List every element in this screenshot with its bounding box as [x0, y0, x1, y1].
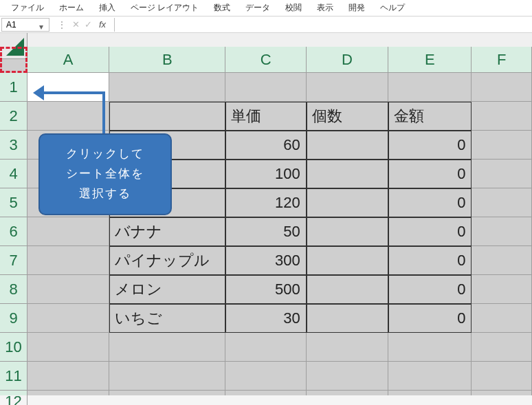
cell-e7[interactable]: 0	[388, 246, 472, 275]
cell-e4[interactable]: 0	[388, 160, 472, 188]
cell-b7[interactable]: パイナップル	[109, 246, 225, 275]
menu-home[interactable]: ホーム	[52, 0, 91, 16]
name-box[interactable]: A1 ▾	[1, 18, 49, 32]
column-header-row: ABCDEF	[27, 47, 532, 73]
cell-f6[interactable]	[472, 217, 532, 246]
row-header-5[interactable]: 5	[0, 188, 27, 217]
cell-c4[interactable]: 100	[225, 160, 306, 188]
cell-a7[interactable]	[27, 246, 109, 275]
enter-icon[interactable]: ✓	[82, 19, 93, 30]
cell-d7[interactable]	[307, 246, 388, 275]
cell-c2[interactable]: 単価	[225, 102, 306, 131]
cell-d8[interactable]	[307, 275, 388, 304]
row-header-12[interactable]: 12	[0, 391, 27, 405]
cell-b6[interactable]: バナナ	[109, 217, 225, 246]
menu-insert[interactable]: 挿入	[92, 0, 122, 16]
menu-file[interactable]: ファイル	[4, 0, 51, 16]
instruction-callout: クリックして シート全体を 選択する	[38, 133, 172, 215]
row-header-11[interactable]: 11	[0, 362, 27, 391]
column-header-f[interactable]: F	[472, 47, 532, 73]
row-header-3[interactable]: 3	[0, 131, 27, 160]
cell-e2[interactable]: 金額	[388, 102, 472, 131]
row-header-10[interactable]: 10	[0, 333, 27, 362]
cell-f10[interactable]	[472, 333, 532, 362]
cell-a2[interactable]	[27, 102, 109, 131]
column-header-c[interactable]: C	[225, 47, 306, 73]
cell-a10[interactable]	[27, 333, 109, 362]
row-header-1[interactable]: 1	[0, 73, 27, 102]
cell-d6[interactable]	[307, 217, 388, 246]
cell-e1[interactable]	[388, 73, 472, 102]
cell-b9[interactable]: いちご	[109, 304, 225, 333]
cell-d4[interactable]	[307, 160, 388, 188]
cell-d5[interactable]	[307, 188, 388, 217]
menu-review[interactable]: 校閲	[278, 0, 309, 16]
formula-tools: ⋮ ✕ ✓ fx	[49, 19, 111, 30]
cell-f3[interactable]	[472, 131, 532, 160]
cell-b1[interactable]	[109, 73, 225, 102]
sheet-area: ABCDEF 123456789101112 単価個数金額6001000なし12…	[0, 33, 532, 395]
menu-page-layout[interactable]: ページ レイアウト	[124, 0, 206, 16]
cell-f4[interactable]	[472, 160, 532, 188]
cell-c3[interactable]: 60	[225, 131, 306, 160]
cell-e5[interactable]: 0	[388, 188, 472, 217]
cell-c8[interactable]: 500	[225, 275, 306, 304]
menu-view[interactable]: 表示	[310, 0, 340, 16]
row-header-7[interactable]: 7	[0, 246, 27, 275]
cell-e10[interactable]	[388, 333, 472, 362]
cell-e8[interactable]: 0	[388, 275, 472, 304]
cell-d10[interactable]	[307, 333, 388, 362]
cell-c11[interactable]	[225, 362, 306, 391]
column-header-d[interactable]: D	[307, 47, 388, 73]
cell-a8[interactable]	[27, 275, 109, 304]
cell-f7[interactable]	[472, 246, 532, 275]
cell-e6[interactable]: 0	[388, 217, 472, 246]
cell-a11[interactable]	[27, 362, 109, 391]
cell-b2[interactable]	[109, 102, 225, 131]
cell-c6[interactable]: 50	[225, 217, 306, 246]
cancel-icon[interactable]: ✕	[70, 19, 81, 30]
fx-icon[interactable]: fx	[95, 19, 106, 30]
cell-c10[interactable]	[225, 333, 306, 362]
cell-a9[interactable]	[27, 304, 109, 333]
cell-c5[interactable]: 120	[225, 188, 306, 217]
column-header-b[interactable]: B	[109, 47, 225, 73]
cell-f11[interactable]	[472, 362, 532, 391]
column-header-e[interactable]: E	[388, 47, 472, 73]
cell-f8[interactable]	[472, 275, 532, 304]
cell-f5[interactable]	[472, 188, 532, 217]
cell-d3[interactable]	[307, 131, 388, 160]
cell-e11[interactable]	[388, 362, 472, 391]
grid-body[interactable]: 単価個数金額6001000なし1200バナナ500パイナップル3000メロン50…	[27, 73, 532, 395]
cell-b11[interactable]	[109, 362, 225, 391]
cell-f1[interactable]	[472, 73, 532, 102]
row-header-2[interactable]: 2	[0, 102, 27, 131]
callout-arrow-head-icon	[33, 85, 44, 100]
select-all-corner[interactable]	[0, 33, 27, 59]
cell-c7[interactable]: 300	[225, 246, 306, 275]
menu-data[interactable]: データ	[239, 0, 277, 16]
cell-c9[interactable]: 30	[225, 304, 306, 333]
row-header-6[interactable]: 6	[0, 217, 27, 246]
chevron-down-icon[interactable]: ▾	[39, 22, 45, 28]
row-header-9[interactable]: 9	[0, 304, 27, 333]
cell-e9[interactable]: 0	[388, 304, 472, 333]
cell-b8[interactable]: メロン	[109, 275, 225, 304]
row-header-4[interactable]: 4	[0, 160, 27, 188]
cell-f2[interactable]	[472, 102, 532, 131]
cell-d1[interactable]	[307, 73, 388, 102]
cell-d2[interactable]: 個数	[307, 102, 388, 131]
menu-developer[interactable]: 開発	[342, 0, 372, 16]
cell-d9[interactable]	[307, 304, 388, 333]
row-header-8[interactable]: 8	[0, 275, 27, 304]
menu-help[interactable]: ヘルプ	[373, 0, 412, 16]
column-header-a[interactable]: A	[27, 47, 109, 73]
cell-b10[interactable]	[109, 333, 225, 362]
cell-d11[interactable]	[307, 362, 388, 391]
cell-f9[interactable]	[472, 304, 532, 333]
menu-formulas[interactable]: 数式	[207, 0, 237, 16]
cell-c1[interactable]	[225, 73, 306, 102]
cell-a6[interactable]	[27, 217, 109, 246]
cell-e3[interactable]: 0	[388, 131, 472, 160]
formula-input[interactable]	[114, 18, 532, 32]
